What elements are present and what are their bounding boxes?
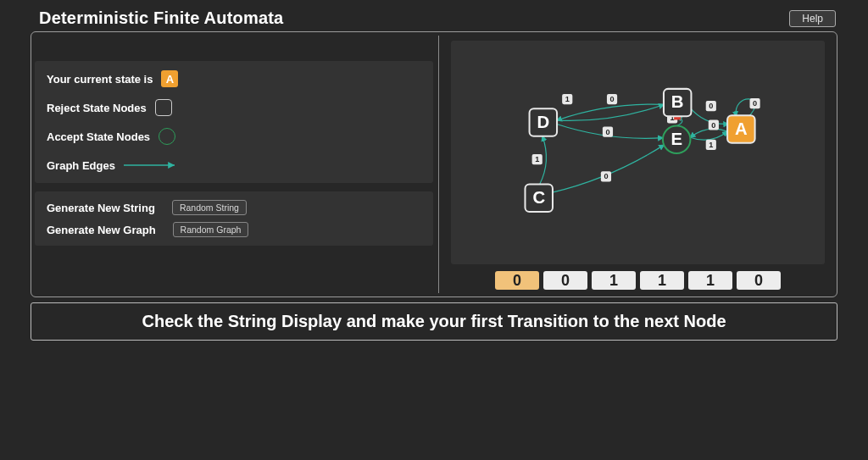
- graph-node-A[interactable]: A: [727, 115, 754, 142]
- reject-state-label: Reject State Nodes: [47, 102, 147, 114]
- gen-graph-label: Generate New Graph: [47, 224, 156, 236]
- string-display: 001110: [451, 271, 825, 290]
- help-button[interactable]: Help: [789, 10, 836, 27]
- generate-box: Generate New String Random String Genera…: [35, 191, 433, 246]
- legend-box: Your current state is A Reject State Nod…: [35, 61, 433, 183]
- svg-text:0: 0: [709, 102, 713, 110]
- svg-text:0: 0: [609, 95, 614, 103]
- random-string-button[interactable]: Random String: [172, 200, 247, 215]
- current-state-badge: A: [161, 70, 178, 87]
- svg-text:0: 0: [605, 128, 609, 136]
- dfa-graph[interactable]: 0100101001 ABCDE: [451, 41, 825, 264]
- svg-text:0: 0: [604, 172, 608, 180]
- graph-node-C[interactable]: C: [525, 185, 552, 212]
- svg-text:A: A: [735, 119, 748, 138]
- edges-label: Graph Edges: [47, 159, 115, 172]
- svg-text:0: 0: [711, 121, 715, 130]
- graph-node-B[interactable]: B: [664, 89, 691, 116]
- svg-text:B: B: [671, 92, 684, 111]
- graph-node-E[interactable]: E: [663, 126, 690, 153]
- random-graph-button[interactable]: Random Graph: [173, 222, 249, 237]
- reject-state-icon: [155, 99, 172, 116]
- graph-node-D[interactable]: D: [530, 108, 557, 136]
- svg-text:1: 1: [709, 141, 713, 149]
- svg-text:0: 0: [753, 99, 757, 108]
- svg-text:C: C: [532, 188, 545, 207]
- current-state-label: Your current state is: [47, 73, 153, 86]
- bit-cell: 1: [640, 271, 684, 290]
- accept-state-label: Accept State Nodes: [47, 130, 150, 143]
- svg-text:D: D: [537, 113, 549, 131]
- svg-text:E: E: [670, 130, 682, 148]
- instruction-bar: Check the String Display and make your f…: [31, 302, 837, 341]
- main-panels: Your current state is A Reject State Nod…: [31, 31, 837, 297]
- bit-cell: 1: [592, 271, 636, 290]
- bit-cell: 0: [495, 271, 539, 290]
- svg-text:1: 1: [535, 155, 539, 163]
- bit-cell: 0: [737, 271, 781, 290]
- page-title: Deterministic Finite Automata: [39, 8, 283, 28]
- edge-arrow-icon: [124, 162, 183, 169]
- bit-cell: 1: [688, 271, 732, 290]
- accept-state-icon: [159, 128, 175, 145]
- svg-text:1: 1: [565, 95, 570, 103]
- bit-cell: 0: [543, 271, 587, 290]
- graph-viewport[interactable]: 0100101001 ABCDE: [451, 41, 825, 264]
- gen-string-label: Generate New String: [47, 202, 155, 214]
